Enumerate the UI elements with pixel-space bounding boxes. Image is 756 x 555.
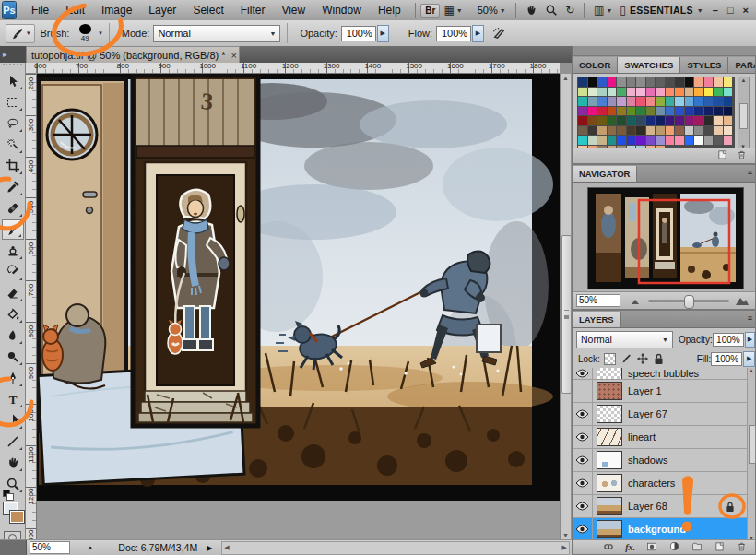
layer-row-characters[interactable]: characters — [573, 472, 755, 495]
flow-input[interactable]: 100% — [436, 26, 471, 41]
hand-tool[interactable] — [2, 453, 24, 473]
layer-opacity-input[interactable]: 100% — [713, 333, 744, 347]
visibility-toggle[interactable] — [573, 518, 593, 540]
color-swatch[interactable] — [666, 88, 675, 97]
lock-position-button[interactable] — [635, 352, 649, 365]
color-swatch[interactable] — [685, 107, 694, 116]
horizontal-ruler[interactable]: 6007008009001000110012001300140015001600… — [37, 63, 560, 74]
layer-style-button[interactable]: fx. — [625, 542, 635, 552]
color-swatch[interactable] — [694, 77, 703, 87]
color-swatch[interactable] — [675, 116, 684, 125]
tab-navigator[interactable]: NAVIGATOR — [573, 166, 637, 182]
blend-mode-select[interactable]: Normal ▼ — [153, 25, 280, 42]
link-layers-button[interactable] — [602, 539, 615, 555]
healing-brush-tool[interactable] — [2, 198, 24, 218]
color-swatch[interactable] — [666, 116, 675, 125]
horizontal-scrollbar[interactable]: ◀ ▶ — [221, 541, 570, 555]
layers-scrollbar[interactable]: ▲ ▼ — [747, 368, 755, 541]
color-swatch[interactable] — [646, 136, 656, 145]
visibility-toggle[interactable] — [573, 368, 593, 379]
clone-stamp-tool[interactable] — [2, 241, 24, 261]
color-swatch[interactable] — [656, 116, 665, 125]
color-swatch[interactable] — [714, 107, 723, 116]
menu-item-edit[interactable]: Edit — [57, 4, 93, 17]
color-swatch[interactable] — [675, 97, 684, 106]
layer-row-background[interactable]: background — [573, 518, 755, 541]
fill-slider-button[interactable]: ▶ — [743, 351, 755, 367]
blur-tool[interactable] — [2, 325, 24, 346]
menu-item-filter[interactable]: Filter — [232, 4, 274, 17]
layer-row-shadows[interactable]: shadows — [573, 449, 755, 472]
type-tool[interactable]: T — [2, 389, 24, 409]
minimize-button[interactable]: – — [713, 5, 718, 16]
color-swatch[interactable] — [704, 116, 714, 125]
color-swatch[interactable] — [724, 77, 733, 87]
tab-layers[interactable]: LAYERS — [573, 312, 621, 327]
color-swatch[interactable] — [724, 116, 733, 125]
new-layer-button[interactable] — [714, 539, 726, 555]
color-swatch[interactable] — [714, 97, 723, 106]
color-swatch[interactable] — [608, 97, 617, 106]
panel-menu-icon[interactable]: ≡ — [748, 313, 752, 323]
close-button[interactable]: × — [743, 5, 749, 16]
move-tool[interactable] — [2, 71, 24, 91]
scrollbar-thumb[interactable] — [749, 425, 756, 464]
color-swatch[interactable] — [724, 88, 733, 97]
color-swatch[interactable] — [666, 136, 675, 145]
hand-tool-button[interactable] — [521, 4, 541, 17]
lasso-tool[interactable] — [2, 113, 24, 134]
color-swatch[interactable] — [608, 88, 617, 97]
color-swatch[interactable] — [685, 97, 694, 106]
scroll-right-icon[interactable]: ▶ — [562, 544, 567, 551]
color-swatch[interactable] — [627, 88, 636, 97]
opacity-input[interactable]: 100% — [341, 26, 376, 41]
maximize-button[interactable]: □ — [727, 5, 734, 16]
color-swatch[interactable] — [704, 126, 714, 136]
scroll-up-icon[interactable]: ▲ — [741, 77, 747, 83]
color-swatch[interactable] — [588, 107, 597, 116]
color-swatch[interactable] — [646, 77, 656, 87]
color-swatch[interactable] — [685, 116, 694, 125]
rotate-view-button[interactable]: ↻ — [561, 5, 578, 16]
scroll-up-icon[interactable]: ▲ — [561, 75, 571, 81]
add-layer-mask-button[interactable] — [645, 539, 658, 555]
color-swatch[interactable] — [578, 88, 587, 97]
color-swatch[interactable] — [588, 126, 597, 136]
color-swatch[interactable] — [704, 77, 714, 87]
opacity-slider-button[interactable]: ▶ — [377, 25, 389, 42]
color-swatch[interactable] — [608, 136, 617, 145]
paint-bucket-tool[interactable] — [2, 304, 24, 325]
color-swatch[interactable] — [646, 88, 656, 97]
pen-tool[interactable] — [2, 368, 24, 388]
color-swatch[interactable] — [578, 97, 587, 106]
color-swatch[interactable] — [646, 126, 656, 136]
color-swatch[interactable] — [636, 116, 645, 125]
layer-blend-mode-select[interactable]: Normal ▼ — [576, 331, 673, 348]
color-swatch[interactable] — [694, 88, 703, 97]
color-swatch[interactable] — [656, 126, 665, 136]
menu-item-file[interactable]: File — [23, 4, 57, 17]
color-swatch[interactable] — [578, 77, 587, 87]
color-swatch[interactable] — [627, 107, 636, 116]
color-swatch[interactable] — [617, 88, 626, 97]
status-zoom-input[interactable]: 50% — [30, 541, 70, 554]
color-swatch[interactable] — [724, 97, 733, 106]
menu-item-layer[interactable]: Layer — [140, 4, 184, 17]
color-swatch[interactable] — [704, 107, 714, 116]
visibility-toggle[interactable] — [573, 426, 593, 448]
color-swatch[interactable] — [588, 116, 597, 125]
tool-preset-picker[interactable]: ▾ — [6, 24, 35, 43]
color-swatch[interactable] — [656, 97, 665, 106]
color-swatch[interactable] — [578, 107, 587, 116]
color-swatch[interactable] — [646, 97, 656, 106]
color-swatch[interactable] — [627, 126, 636, 136]
lock-transparency-button[interactable] — [603, 352, 617, 365]
tab-swatches[interactable]: SWATCHES — [618, 57, 680, 73]
layer-row-speech-bubbles[interactable]: speech bubbles — [573, 368, 755, 380]
color-swatch[interactable] — [617, 116, 626, 125]
layer-row-Layer-67[interactable]: Layer 67 — [573, 403, 755, 426]
color-swatch[interactable] — [724, 126, 733, 136]
layer-row-Layer-1[interactable]: Layer 1 — [573, 380, 755, 403]
menu-item-image[interactable]: Image — [93, 4, 140, 17]
color-swatch[interactable] — [588, 77, 597, 87]
